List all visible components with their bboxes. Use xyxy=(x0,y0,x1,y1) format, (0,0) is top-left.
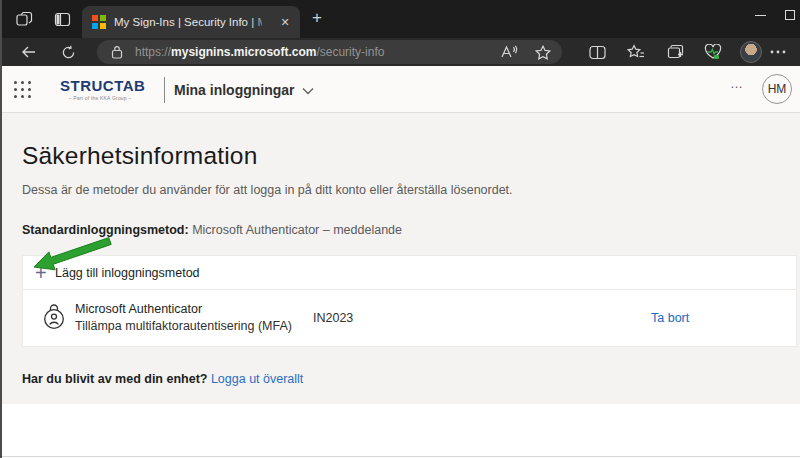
methods-card: + Lägg till inloggningsmetod Microsoft A… xyxy=(22,255,797,347)
org-logo: STRUCTAB – Part of the KKA Group – xyxy=(60,78,140,101)
browser-menu-icon[interactable] xyxy=(768,42,788,62)
app-header: STRUCTAB – Part of the KKA Group – Mina … xyxy=(2,66,800,113)
tab-actions-icon[interactable] xyxy=(52,9,72,29)
read-aloud-icon[interactable] xyxy=(500,43,518,61)
browser-tab[interactable]: My Sign-Ins | Security Info | Micr ✕ xyxy=(82,6,300,38)
app-launcher-icon[interactable] xyxy=(14,81,31,98)
new-tab-button[interactable]: + xyxy=(308,10,326,28)
split-screen-icon[interactable] xyxy=(587,42,607,62)
method-device: IN2023 xyxy=(313,311,353,325)
authenticator-icon xyxy=(43,304,65,334)
page-title: Säkerhetsinformation xyxy=(22,142,258,170)
org-logo-subtext: – Part of the KKA Group – xyxy=(60,95,140,101)
chevron-down-icon xyxy=(302,82,314,98)
add-method-button[interactable]: + Lägg till inloggningsmetod xyxy=(23,256,796,290)
method-name: Microsoft Authenticator xyxy=(75,302,202,316)
favorite-star-icon[interactable] xyxy=(534,43,552,61)
tab-close-icon[interactable]: ✕ xyxy=(277,14,293,30)
account-avatar[interactable]: HM xyxy=(762,74,792,104)
url-text: https://mysignins.microsoft.com/security… xyxy=(135,45,384,59)
method-detail: Tillämpa multifaktorautentisering (MFA) xyxy=(75,319,292,333)
microsoft-logo-icon xyxy=(92,15,106,29)
tab-title: My Sign-Ins | Security Info | Micr xyxy=(114,16,262,28)
browser-essentials-icon[interactable] xyxy=(703,42,723,62)
minimize-button[interactable] xyxy=(740,0,780,30)
back-icon[interactable] xyxy=(19,42,39,62)
browser-window: My Sign-Ins | Security Info | Micr ✕ + xyxy=(0,0,800,458)
method-row: Microsoft Authenticator Tillämpa multifa… xyxy=(23,290,796,346)
window-controls xyxy=(740,0,800,30)
refresh-icon[interactable] xyxy=(58,42,78,62)
address-bar[interactable]: https://mysignins.microsoft.com/security… xyxy=(97,40,562,64)
favorites-hub-icon[interactable] xyxy=(626,42,646,62)
profile-avatar[interactable] xyxy=(740,41,762,63)
page-subtitle: Dessa är de metoder du använder för att … xyxy=(22,183,513,197)
footer-area xyxy=(2,404,800,457)
maximize-button[interactable] xyxy=(780,0,800,30)
security-info-page: Säkerhetsinformation Dessa är de metoder… xyxy=(2,113,800,404)
org-logo-text: STRUCTAB xyxy=(60,78,140,94)
portal-title[interactable]: Mina inloggningar xyxy=(174,82,314,98)
header-more-icon[interactable]: … xyxy=(730,76,745,91)
lock-icon[interactable] xyxy=(111,45,123,59)
remove-method-link[interactable]: Ta bort xyxy=(651,311,689,325)
sign-out-everywhere-link[interactable]: Logga ut överallt xyxy=(211,372,303,386)
tab-strip: My Sign-Ins | Security Info | Micr ✕ + xyxy=(2,0,800,38)
lost-device-line: Har du blivit av med din enhet? Logga ut… xyxy=(22,372,303,386)
browser-toolbar: https://mysignins.microsoft.com/security… xyxy=(2,38,800,66)
workspaces-icon[interactable] xyxy=(14,9,34,29)
annotation-arrow xyxy=(24,235,116,277)
collections-icon[interactable] xyxy=(665,42,685,62)
